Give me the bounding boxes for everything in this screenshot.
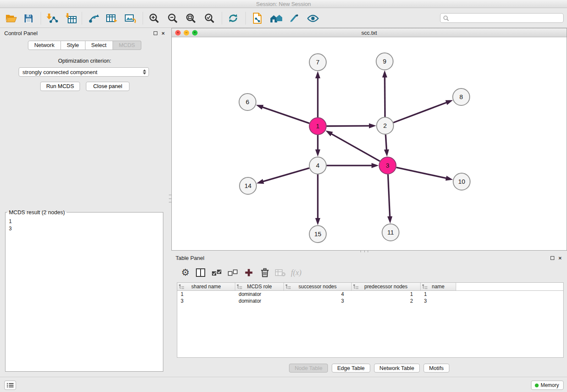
table-row[interactable]: 1 dominator 4 1 1 (177, 291, 563, 298)
network-graph[interactable]: 7968124314101511 (172, 37, 567, 250)
search-icon (443, 15, 449, 21)
column-header-predecessor-nodes[interactable]: predecessor nodes (352, 283, 421, 290)
zoom-window-button[interactable]: + (192, 30, 198, 36)
tab-style[interactable]: Style (61, 41, 85, 50)
search-box[interactable] (440, 13, 564, 23)
graph-edge-3-1[interactable] (331, 134, 380, 161)
column-visibility-button[interactable] (193, 265, 208, 280)
zoom-fit-button[interactable] (183, 11, 198, 26)
table-panel: Table Panel × ⚙ (171, 253, 567, 375)
deselect-all-rows-button[interactable] (226, 265, 240, 280)
close-panel-button[interactable]: × (160, 30, 166, 36)
export-document-button[interactable] (250, 11, 265, 26)
delete-column-button[interactable] (258, 265, 272, 280)
application-window: Session: New Session (0, 0, 567, 392)
close-window-button[interactable]: × (175, 30, 181, 36)
zoom-in-button[interactable] (146, 11, 162, 26)
column-label: successor nodes (298, 284, 336, 290)
cell-shared-name: 3 (177, 298, 235, 304)
graph-node-4[interactable]: 4 (309, 157, 326, 174)
graph-edge-1-2[interactable] (327, 126, 369, 126)
cell-predecessor-nodes: 1 (352, 291, 421, 298)
columns-icon (196, 268, 205, 277)
tab-mcds[interactable]: MCDS (113, 41, 141, 50)
graph-node-10[interactable]: 10 (453, 173, 470, 190)
table-settings-button[interactable]: ⚙ (178, 265, 193, 280)
optimization-criterion-label: Optimization criterion: (0, 58, 169, 64)
column-header-mcds-role[interactable]: MCDS role (235, 283, 284, 290)
graph-edge-3-10[interactable] (396, 168, 446, 179)
new-network-button[interactable] (86, 11, 102, 26)
graph-edge-3-11[interactable] (388, 174, 390, 217)
tab-select[interactable]: Select (85, 41, 113, 50)
graph-node-label: 9 (383, 58, 386, 65)
column-header-shared-name[interactable]: shared name (177, 283, 235, 290)
minimize-window-button[interactable]: − (184, 30, 189, 36)
tab-motifs[interactable]: Motifs (424, 364, 449, 373)
delete-table-icon (275, 269, 286, 276)
refresh-button[interactable] (226, 11, 241, 26)
sort-icon (237, 284, 242, 290)
zoom-selected-button[interactable] (202, 11, 217, 26)
select-all-rows-button[interactable] (209, 265, 224, 280)
tab-network[interactable]: Network (28, 41, 61, 50)
add-column-button[interactable] (242, 265, 256, 280)
save-session-button[interactable] (21, 11, 36, 26)
graph-node-11[interactable]: 11 (382, 224, 399, 241)
graph-edge-2-8[interactable] (394, 102, 447, 123)
mcds-result-box: MCDS result (2 nodes) 1 3 (5, 209, 163, 372)
tab-node-table[interactable]: Node Table (289, 364, 328, 373)
style-wand-button[interactable] (286, 11, 302, 26)
graph-edge-4-14[interactable] (263, 168, 309, 182)
float-table-panel-button[interactable] (549, 255, 556, 261)
graph-node-7[interactable]: 7 (309, 54, 326, 71)
graph-node-8[interactable]: 8 (453, 88, 470, 105)
export-image-button[interactable] (123, 11, 138, 26)
column-header-successor-nodes[interactable]: successor nodes (284, 283, 352, 290)
delete-table-button[interactable] (273, 265, 287, 280)
memory-label: Memory (541, 382, 559, 388)
network-canvas[interactable]: 7968124314101511 (172, 37, 567, 250)
graph-node-6[interactable]: 6 (239, 94, 256, 110)
float-panel-button[interactable] (152, 30, 159, 36)
tab-edge-table[interactable]: Edge Table (332, 364, 370, 373)
new-table-button[interactable] (104, 11, 119, 26)
column-label: shared name (191, 284, 221, 290)
close-table-panel-button[interactable]: × (557, 255, 563, 261)
zoom-out-button[interactable] (165, 11, 180, 26)
graph-node-15[interactable]: 15 (309, 226, 326, 243)
tab-network-table[interactable]: Network Table (374, 364, 420, 373)
graph-node-9[interactable]: 9 (376, 53, 393, 70)
network-branch-icon (88, 13, 99, 23)
search-input[interactable] (449, 14, 563, 22)
column-header-name[interactable]: name (421, 283, 456, 290)
toolbar-separator (222, 12, 222, 25)
node-table: shared name MCDS role successor nodes (177, 282, 564, 358)
graph-node-3[interactable]: 3 (379, 157, 396, 174)
memory-button[interactable]: Memory (531, 381, 564, 390)
function-builder-button[interactable]: f(x) (289, 265, 303, 280)
graph-node-14[interactable]: 14 (239, 177, 256, 194)
home-button[interactable] (268, 11, 284, 26)
task-history-button[interactable] (4, 381, 16, 390)
open-session-button[interactable] (3, 11, 19, 26)
column-label: name (432, 284, 444, 290)
dropdown-stepper-icon (142, 69, 147, 75)
deselect-all-icon (228, 269, 238, 276)
import-table-button[interactable] (63, 11, 79, 26)
graph-edge-2-3[interactable] (385, 135, 386, 150)
close-panel-action-button[interactable]: Close panel (86, 82, 129, 91)
show-hide-button[interactable] (305, 11, 320, 26)
import-network-button[interactable] (44, 11, 60, 26)
graph-node-2[interactable]: 2 (377, 117, 394, 134)
graph-edge-2-9[interactable] (385, 77, 385, 117)
float-window-icon (154, 31, 157, 35)
float-window-icon (550, 256, 554, 260)
mcds-result-line: 1 (6, 218, 163, 225)
sort-icon (422, 284, 427, 290)
graph-edge-1-6[interactable] (262, 107, 309, 123)
graph-node-1[interactable]: 1 (309, 118, 326, 135)
table-row[interactable]: 3 dominator 3 2 3 (177, 298, 563, 304)
run-mcds-button[interactable]: Run MCDS (40, 82, 80, 91)
criterion-dropdown[interactable]: strongly connected component (19, 67, 149, 77)
